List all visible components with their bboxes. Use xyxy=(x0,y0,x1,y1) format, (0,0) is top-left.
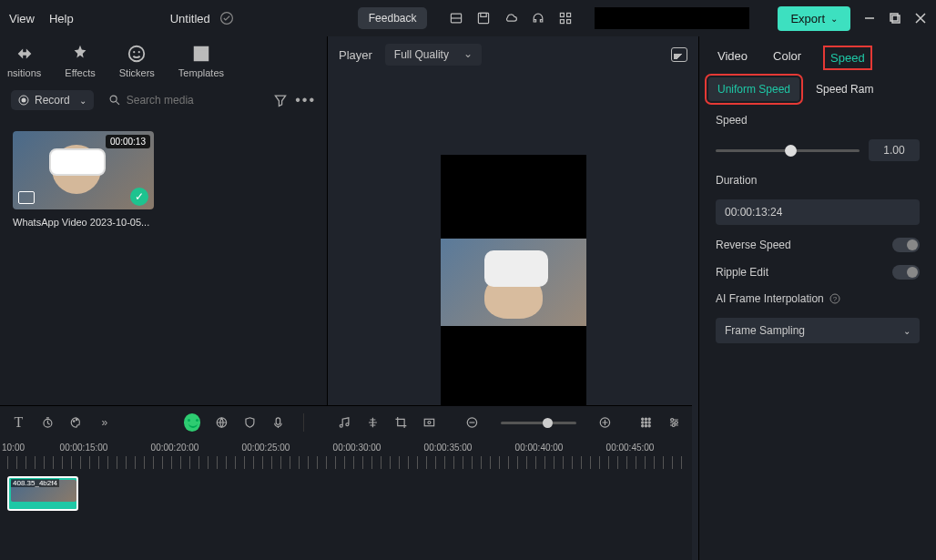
svg-point-38 xyxy=(642,425,644,427)
sticker-face-icon[interactable] xyxy=(184,413,201,432)
reverse-speed-label: Reverse Speed xyxy=(716,239,791,251)
tab-stickers[interactable]: Stickers xyxy=(119,44,155,78)
project-title: Untitled xyxy=(170,12,210,25)
check-icon: ✓ xyxy=(130,188,148,206)
svg-point-11 xyxy=(133,51,135,53)
svg-rect-7 xyxy=(567,20,571,24)
svg-rect-8 xyxy=(890,14,898,21)
music-icon[interactable] xyxy=(338,415,351,430)
media-thumbnail[interactable]: 00:00:13 ✓ xyxy=(13,131,154,209)
subtab-uniform-speed[interactable]: Uniform Speed xyxy=(708,77,799,101)
svg-rect-28 xyxy=(424,419,433,425)
help-icon[interactable]: ? xyxy=(829,293,840,304)
svg-point-25 xyxy=(76,419,76,420)
globe-icon[interactable] xyxy=(215,415,229,430)
snapshot-icon[interactable] xyxy=(671,47,687,62)
minimize-icon[interactable] xyxy=(863,12,876,25)
svg-rect-2 xyxy=(479,13,489,23)
zoom-slider[interactable] xyxy=(501,422,577,424)
zoom-in-icon[interactable] xyxy=(598,415,612,430)
speed-value[interactable]: 1.00 xyxy=(869,139,920,161)
feedback-button[interactable]: Feedback xyxy=(358,7,428,29)
tab-color[interactable]: Color xyxy=(773,49,801,66)
svg-rect-27 xyxy=(276,418,280,424)
ripple-edit-label: Ripple Edit xyxy=(716,266,768,279)
timeline-ruler[interactable] xyxy=(7,456,685,469)
svg-point-37 xyxy=(648,422,650,423)
more-icon[interactable]: ••• xyxy=(295,92,316,108)
svg-rect-4 xyxy=(561,13,565,16)
close-icon[interactable] xyxy=(914,12,927,25)
expand-tools-icon[interactable]: » xyxy=(97,414,112,431)
align-icon[interactable] xyxy=(366,415,380,430)
palette-icon[interactable] xyxy=(69,415,83,430)
tab-templates[interactable]: Templates xyxy=(178,44,224,78)
settings-icon[interactable] xyxy=(667,415,681,430)
menu-view[interactable]: View xyxy=(9,12,35,25)
tab-transitions[interactable]: nsitions xyxy=(7,44,41,78)
crop-icon[interactable] xyxy=(394,415,408,430)
duration-label: Duration xyxy=(716,174,920,187)
player-label: Player xyxy=(339,48,372,62)
layout-icon[interactable] xyxy=(449,11,463,25)
quality-dropdown[interactable]: Full Quality xyxy=(385,44,482,66)
svg-point-41 xyxy=(671,419,674,422)
speed-slider[interactable] xyxy=(716,149,860,152)
status-check-icon xyxy=(219,11,234,25)
svg-point-40 xyxy=(648,425,650,427)
svg-point-24 xyxy=(73,421,74,422)
timeline-ruler-labels: 10:00 00:00:15:00 00:00:20:00 00:00:25:0… xyxy=(0,439,692,456)
svg-text:?: ? xyxy=(833,295,838,303)
filter-icon[interactable] xyxy=(273,93,288,107)
tab-video[interactable]: Video xyxy=(717,49,748,66)
maximize-icon[interactable] xyxy=(889,12,901,25)
preview-frame xyxy=(441,155,586,410)
export-button[interactable]: Export⌄ xyxy=(778,6,850,31)
frame-icon[interactable] xyxy=(422,415,436,430)
tab-speed[interactable]: Speed xyxy=(827,49,869,66)
svg-rect-3 xyxy=(481,13,486,16)
svg-point-15 xyxy=(22,98,26,103)
search-input[interactable] xyxy=(127,94,259,107)
mic-icon[interactable] xyxy=(271,415,285,430)
ai-frame-label: AI Frame Interpolation xyxy=(716,292,824,305)
svg-rect-5 xyxy=(567,13,571,16)
grid-view-icon[interactable] xyxy=(639,415,653,430)
subtab-speed-ramping[interactable]: Speed Ram xyxy=(816,83,873,96)
svg-rect-6 xyxy=(561,20,565,24)
svg-point-35 xyxy=(642,422,644,423)
tab-effects[interactable]: Effects xyxy=(65,44,95,78)
text-tool-icon[interactable]: T xyxy=(11,414,26,431)
svg-point-39 xyxy=(646,425,647,427)
svg-point-16 xyxy=(110,96,117,102)
timeline-clip[interactable]: 408.35_4b2f4 xyxy=(7,476,78,511)
menu-help[interactable]: Help xyxy=(49,12,74,25)
headphones-icon[interactable] xyxy=(531,11,545,25)
apps-icon[interactable] xyxy=(558,11,573,25)
media-name: WhatsApp Video 2023-10-05... xyxy=(13,217,154,228)
duration-input[interactable]: 00:00:13:24 xyxy=(716,199,920,225)
speed-label: Speed xyxy=(716,114,920,127)
timer-con[interactable] xyxy=(41,415,55,430)
search-icon xyxy=(108,93,121,107)
clip-duration-badge: 00:00:13 xyxy=(106,135,150,148)
svg-point-43 xyxy=(672,423,675,426)
record-button[interactable]: Record⌄ xyxy=(11,90,94,110)
ai-frame-dropdown[interactable]: Frame Sampling⌄ xyxy=(716,318,920,343)
film-icon xyxy=(18,191,35,204)
svg-point-34 xyxy=(648,418,650,420)
svg-rect-13 xyxy=(195,47,209,61)
svg-point-33 xyxy=(646,418,647,420)
save-icon[interactable] xyxy=(476,11,491,25)
svg-point-10 xyxy=(129,46,145,62)
shield-icon[interactable] xyxy=(243,415,257,430)
ripple-edit-toggle[interactable] xyxy=(892,265,920,280)
zoom-out-icon[interactable] xyxy=(465,415,479,430)
reverse-speed-toggle[interactable] xyxy=(892,238,920,252)
cloud-icon[interactable] xyxy=(504,11,518,25)
svg-rect-9 xyxy=(892,15,900,23)
svg-point-42 xyxy=(675,422,677,424)
svg-point-29 xyxy=(428,422,431,424)
svg-point-36 xyxy=(646,422,647,423)
redacted-area xyxy=(595,7,749,29)
